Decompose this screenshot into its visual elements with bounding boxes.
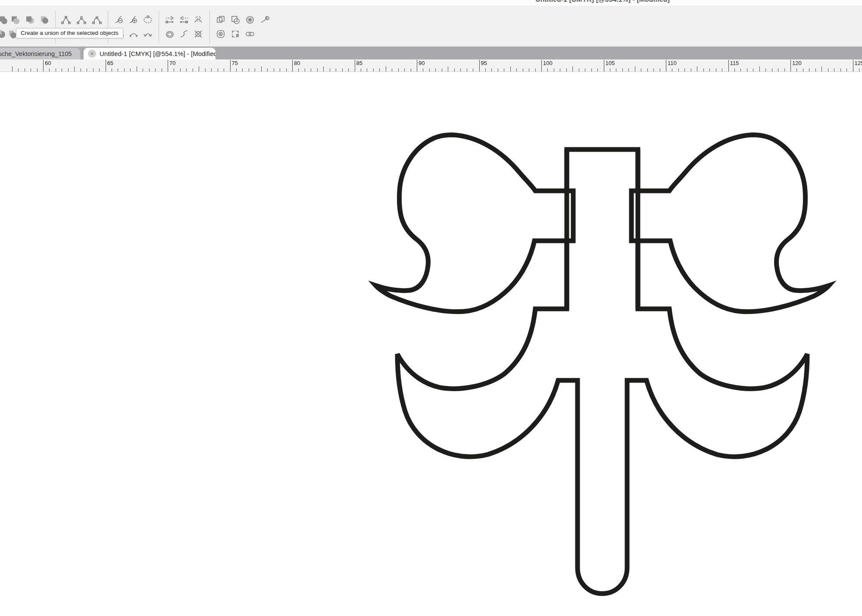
ruler-tick <box>666 60 666 72</box>
combine-intersect-icon[interactable] <box>39 14 50 25</box>
ruler-tick <box>43 60 44 72</box>
ruler-tick <box>18 68 19 72</box>
combine-union-icon[interactable] <box>9 14 21 25</box>
vector-artwork[interactable] <box>0 72 862 616</box>
ruler-tick <box>68 68 69 72</box>
ruler-tick <box>423 68 423 72</box>
ellipse-node-icon[interactable] <box>164 28 175 40</box>
ruler-tick <box>622 68 623 72</box>
ruler-tick <box>323 66 324 72</box>
ruler-tick <box>859 68 859 72</box>
combine-subtract-icon[interactable] <box>24 14 35 25</box>
toolbar: Create a union of the selected objects <box>0 6 862 47</box>
ruler-tick <box>87 68 87 72</box>
ruler-tick <box>373 68 374 72</box>
ruler-tick <box>591 68 592 72</box>
node-symmetric-icon[interactable] <box>91 14 103 25</box>
ruler-tick <box>218 68 218 72</box>
ruler-tick <box>292 60 293 72</box>
select-points-icon[interactable] <box>230 28 241 40</box>
ruler-tick <box>473 68 473 72</box>
canvas[interactable] <box>0 72 862 616</box>
ruler-tick <box>734 68 735 72</box>
expand-object-icon[interactable] <box>244 14 256 25</box>
ruler-tick <box>130 68 131 72</box>
remove-overlap-icon[interactable] <box>193 28 204 40</box>
horizontal-ruler: 6065707580859095100105110115120125 <box>0 59 862 72</box>
ruler-tick <box>49 68 50 72</box>
delete-node-icon[interactable] <box>114 14 125 25</box>
ruler-tick <box>355 60 355 72</box>
ruler-tick <box>765 68 766 72</box>
ruler-tick <box>386 66 386 72</box>
close-path-icon[interactable] <box>142 14 153 25</box>
combine-exclude-icon[interactable] <box>0 28 7 40</box>
ruler-tick <box>772 68 772 72</box>
ruler-tick <box>653 68 654 72</box>
clone-object-icon[interactable] <box>230 14 241 25</box>
close-tab-icon[interactable]: × <box>88 50 96 58</box>
ruler-tick <box>803 68 803 72</box>
ruler-tick <box>510 66 511 72</box>
artwork-left-ornament[interactable] <box>376 135 573 311</box>
ruler-tick <box>684 68 685 72</box>
ruler-label: 115 <box>730 60 739 66</box>
ruler-tick <box>317 68 318 72</box>
ruler-tick <box>516 68 517 72</box>
ruler-tick <box>448 66 448 72</box>
trace-path-icon[interactable] <box>259 14 270 25</box>
ruler-tick <box>174 68 174 72</box>
document-tabbar: rtusche_Vektorisierung_1105 × Untitled-1… <box>0 47 862 59</box>
path-direction-right-icon[interactable] <box>164 14 175 25</box>
path-direction-left-icon[interactable] <box>178 14 190 25</box>
ruler-tick <box>367 68 367 72</box>
ruler-tick <box>828 68 828 72</box>
ruler-tick <box>796 68 797 72</box>
node-corner-icon[interactable] <box>60 14 72 25</box>
artwork-right-ornament[interactable] <box>631 135 829 311</box>
ruler-tick <box>249 68 249 72</box>
ruler-tick <box>840 68 841 72</box>
ruler-tick <box>759 66 760 72</box>
ruler-tick <box>311 68 311 72</box>
path-reverse-icon[interactable] <box>193 14 204 25</box>
ruler-tick <box>379 68 380 72</box>
link-objects-icon[interactable] <box>244 28 256 40</box>
toolbar-group-separator <box>108 11 108 44</box>
duplicate-object-icon[interactable] <box>215 14 226 25</box>
ruler-tick <box>716 68 716 72</box>
ruler-tick <box>236 68 237 72</box>
ruler-tick <box>778 68 778 72</box>
ruler-tick <box>261 66 262 72</box>
ruler-label: 60 <box>45 60 51 66</box>
ruler-tick <box>298 68 299 72</box>
ruler-tick <box>348 68 349 72</box>
ruler-label: 95 <box>481 60 487 66</box>
ruler-tick <box>460 68 461 72</box>
ruler-tick <box>504 68 504 72</box>
smooth-curve-icon[interactable] <box>178 28 190 40</box>
ruler-tick <box>728 60 729 72</box>
no-style-icon[interactable] <box>215 28 226 40</box>
tab-inactive-document[interactable]: rtusche_Vektorisierung_1105 <box>0 48 80 59</box>
ruler-tick <box>628 68 629 72</box>
curve-bend-icon[interactable] <box>128 28 139 40</box>
ruler-tick <box>560 68 560 72</box>
ruler-tick <box>660 68 660 72</box>
ruler-tick <box>454 68 455 72</box>
ruler-tick <box>479 60 480 72</box>
ruler-label: 120 <box>792 60 802 66</box>
tab-active-document[interactable]: × Untitled-1 [CMYK] [@554.1%] - [Modifie… <box>84 48 216 59</box>
add-node-icon[interactable] <box>128 14 139 25</box>
ruler-label: 125 <box>855 60 862 66</box>
ruler-tick <box>93 68 94 72</box>
ruler-tick <box>435 68 436 72</box>
ruler-tick <box>25 68 25 72</box>
ruler-tick <box>205 68 206 72</box>
ruler-tick <box>398 68 399 72</box>
combine-weld-icon[interactable] <box>0 14 9 25</box>
node-smooth-icon[interactable] <box>76 14 87 25</box>
curve-handles-icon[interactable] <box>142 28 153 40</box>
ruler-tick <box>392 68 392 72</box>
ruler-tick <box>498 68 498 72</box>
